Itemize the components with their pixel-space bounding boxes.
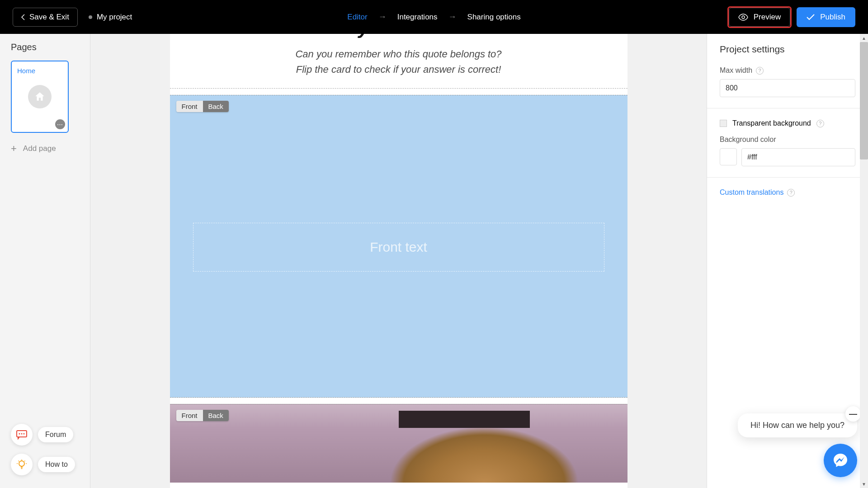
scroll-thumb[interactable] [860, 42, 868, 160]
bg-color-input[interactable] [741, 148, 855, 166]
transparent-bg-row[interactable]: Transparent background ? [720, 119, 855, 127]
arrow-right-icon: → [378, 12, 387, 22]
howto-button[interactable]: How to [11, 454, 75, 475]
canvas-area[interactable]: the Harry Potter movies? Can you remembe… [90, 34, 707, 488]
nav-sharing[interactable]: Sharing options [467, 13, 521, 22]
subtitle-line1: Can you remember who this quote belongs … [170, 47, 627, 62]
help-buttons: Forum How to [11, 424, 75, 475]
divider [707, 108, 868, 108]
help-icon[interactable]: ? [756, 67, 764, 75]
pages-title: Pages [11, 42, 79, 52]
svg-point-0 [742, 16, 745, 19]
svg-point-5 [19, 461, 24, 466]
section-divider [170, 88, 627, 89]
scroll-down-icon[interactable]: ▼ [860, 480, 868, 488]
nav-editor[interactable]: Editor [347, 13, 367, 22]
chat-fab-button[interactable] [824, 444, 857, 477]
tab-front[interactable]: Front [176, 410, 203, 421]
chat-greeting-text: Hi! How can we help you? [750, 421, 844, 430]
unsaved-dot-icon [89, 15, 92, 19]
heading-suffix: movies? [429, 34, 511, 38]
svg-point-4 [24, 433, 25, 435]
divider [707, 177, 868, 178]
chat-greeting-bubble[interactable]: Hi! How can we help you? — [738, 413, 857, 437]
publish-button[interactable]: Publish [797, 7, 855, 27]
tab-back[interactable]: Back [203, 101, 229, 112]
help-icon[interactable]: ? [787, 189, 795, 197]
messenger-icon [832, 452, 849, 469]
subtitle-line2: Flip the card to check if your answer is… [170, 62, 627, 77]
add-page-label: Add page [23, 144, 56, 153]
color-swatch[interactable] [720, 148, 737, 165]
chat-minimize-button[interactable]: — [845, 406, 861, 422]
top-navbar: Save & Exit My project Editor → Integrat… [0, 0, 868, 34]
chevron-left-icon [21, 14, 25, 20]
svg-point-2 [19, 433, 20, 435]
transparent-bg-checkbox[interactable] [720, 120, 727, 127]
heading-text[interactable]: the Harry Potter movies? [170, 34, 627, 44]
help-icon[interactable]: ? [816, 120, 824, 127]
card-image [170, 404, 627, 483]
forum-button[interactable]: Forum [11, 424, 75, 446]
subtitle-text[interactable]: Can you remember who this quote belongs … [170, 44, 627, 88]
tab-back[interactable]: Back [203, 410, 229, 421]
max-width-label: Max width ? [720, 66, 855, 75]
heading-italic: Harry Potter [319, 34, 429, 38]
settings-panel: Project settings Max width ? Transparent… [707, 34, 868, 488]
flip-card-block-1[interactable]: Front Back Front text [170, 95, 627, 398]
project-canvas[interactable]: the Harry Potter movies? Can you remembe… [170, 34, 627, 488]
project-name-label: My project [97, 13, 132, 22]
howto-label: How to [38, 457, 75, 472]
add-page-button[interactable]: + Add page [11, 143, 79, 155]
check-icon [807, 14, 815, 20]
preview-button[interactable]: Preview [729, 8, 790, 27]
right-actions: Preview Publish [729, 7, 855, 27]
max-width-input[interactable] [720, 79, 855, 97]
scrollbar[interactable]: ▲ ▼ [860, 34, 868, 488]
preview-label: Preview [754, 13, 781, 22]
forum-icon [11, 424, 33, 446]
tab-front[interactable]: Front [176, 101, 203, 112]
page-thumbnail-home[interactable]: Home ⋯ [11, 61, 69, 133]
nav-integrations[interactable]: Integrations [397, 13, 438, 22]
front-text-placeholder: Front text [370, 239, 427, 255]
page-more-button[interactable]: ⋯ [55, 119, 65, 129]
forum-label: Forum [38, 427, 73, 442]
home-icon [28, 85, 52, 108]
bg-color-label: Background color [720, 136, 855, 144]
eye-icon [738, 14, 748, 21]
transparent-bg-label: Transparent background [732, 119, 811, 127]
custom-translations-link[interactable]: Custom translations [720, 188, 783, 197]
publish-label: Publish [820, 13, 845, 22]
card-tab-strip: Front Back [176, 410, 229, 421]
plus-icon: + [11, 143, 17, 155]
page-thumb-label: Home [17, 67, 62, 75]
settings-title: Project settings [720, 44, 855, 55]
card-tab-strip: Front Back [176, 101, 229, 112]
project-name[interactable]: My project [89, 13, 132, 22]
lightbulb-icon [11, 454, 33, 475]
flip-card-block-2[interactable]: Front Back [170, 404, 627, 483]
center-nav: Editor → Integrations → Sharing options [347, 12, 520, 22]
front-text-input[interactable]: Front text [193, 223, 604, 272]
save-exit-button[interactable]: Save & Exit [13, 8, 78, 27]
scroll-up-icon[interactable]: ▲ [860, 34, 868, 42]
arrow-right-icon: → [448, 12, 457, 22]
svg-point-3 [21, 433, 23, 435]
heading-prefix: the [286, 34, 320, 38]
pages-sidebar: Pages Home ⋯ + Add page Forum How [0, 34, 90, 488]
save-exit-label: Save & Exit [29, 13, 69, 22]
